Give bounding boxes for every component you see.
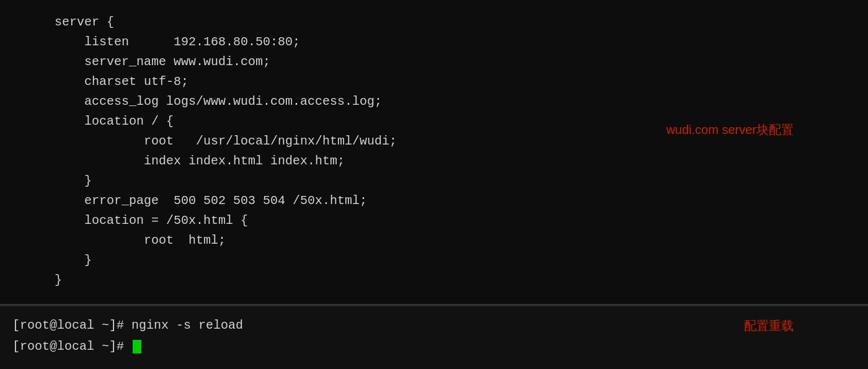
terminal-bottom-section: [root@local ~]# nginx -s reload[root@loc…: [0, 305, 868, 369]
code-line: index index.html index.htm;: [25, 151, 843, 171]
server-annotation: wudi.com server块配置: [666, 122, 794, 138]
code-line: charset utf-8;: [25, 72, 843, 92]
code-line: listen 192.168.80.50:80;: [25, 32, 843, 52]
code-line: server_name www.wudi.com;: [25, 52, 843, 72]
code-line: }: [25, 171, 843, 191]
code-line: location = /50x.html {: [25, 211, 843, 231]
code-line: root html;: [25, 231, 843, 251]
code-line: }: [25, 251, 843, 270]
cursor: [133, 340, 141, 353]
code-block: server { listen 192.168.80.50:80; server…: [25, 12, 843, 290]
reload-annotation: 配置重载: [744, 318, 794, 334]
prompt-block: [root@local ~]# nginx -s reload[root@loc…: [12, 315, 856, 357]
prompt-line: [root@local ~]#: [12, 336, 856, 357]
terminal-top-section: server { listen 192.168.80.50:80; server…: [0, 0, 868, 304]
code-line: }: [25, 270, 843, 290]
code-line: server {: [25, 12, 843, 32]
prompt-line: [root@local ~]# nginx -s reload: [12, 315, 856, 336]
code-line: error_page 500 502 503 504 /50x.html;: [25, 191, 843, 211]
code-line: access_log logs/www.wudi.com.access.log;: [25, 92, 843, 112]
